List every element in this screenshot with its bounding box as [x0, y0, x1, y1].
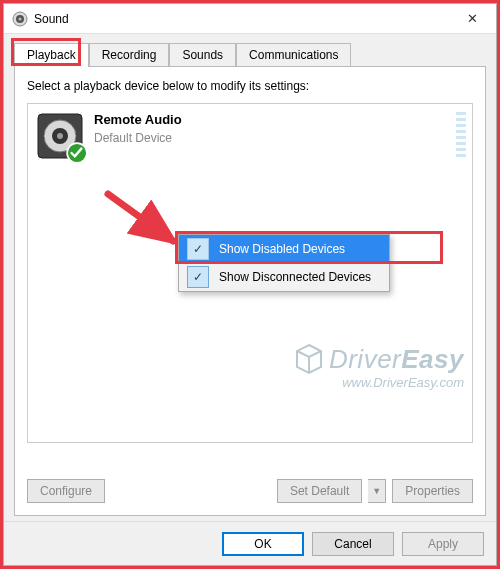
svg-point-6 — [57, 133, 63, 139]
menu-item-label: Show Disabled Devices — [219, 242, 345, 256]
close-icon: ✕ — [467, 11, 478, 26]
checkmark-icon: ✓ — [187, 266, 209, 288]
tab-sounds[interactable]: Sounds — [169, 43, 236, 67]
set-default-dropdown[interactable]: ▼ — [368, 479, 386, 503]
instruction-text: Select a playback device below to modify… — [27, 79, 473, 93]
device-remote-audio[interactable]: Remote Audio Default Device — [36, 112, 464, 160]
menu-item-label: Show Disconnected Devices — [219, 270, 371, 284]
speaker-icon — [36, 112, 84, 160]
checkmark-icon: ✓ — [187, 238, 209, 260]
device-name: Remote Audio — [94, 112, 182, 127]
chevron-down-icon: ▼ — [372, 486, 381, 496]
device-list[interactable]: Remote Audio Default Device ✓ Show Disab… — [27, 103, 473, 443]
check-badge-icon — [66, 142, 88, 164]
sound-icon — [12, 11, 28, 27]
sound-dialog: Sound ✕ Playback Recording Sounds Commun… — [3, 3, 497, 566]
properties-button[interactable]: Properties — [392, 479, 473, 503]
menu-show-disconnected[interactable]: ✓ Show Disconnected Devices — [179, 263, 389, 291]
level-meter — [456, 112, 466, 157]
tab-playback[interactable]: Playback — [14, 43, 89, 67]
set-default-button[interactable]: Set Default — [277, 479, 362, 503]
close-button[interactable]: ✕ — [452, 4, 492, 34]
titlebar: Sound ✕ — [4, 4, 496, 34]
dialog-footer: OK Cancel Apply — [4, 521, 496, 565]
tab-panel-playback: Select a playback device below to modify… — [14, 66, 486, 516]
context-menu: ✓ Show Disabled Devices ✓ Show Disconnec… — [178, 234, 390, 292]
tab-recording[interactable]: Recording — [89, 43, 170, 67]
cancel-button[interactable]: Cancel — [312, 532, 394, 556]
cube-icon — [295, 343, 323, 375]
apply-button[interactable]: Apply — [402, 532, 484, 556]
device-status: Default Device — [94, 131, 182, 145]
tab-footer: Configure Set Default ▼ Properties — [27, 479, 473, 503]
watermark: DriverEasy www.DriverEasy.com — [295, 343, 464, 390]
tab-communications[interactable]: Communications — [236, 43, 351, 67]
window-title: Sound — [34, 12, 452, 26]
menu-show-disabled[interactable]: ✓ Show Disabled Devices — [179, 235, 389, 263]
ok-button[interactable]: OK — [222, 532, 304, 556]
tab-strip: Playback Recording Sounds Communications — [4, 34, 496, 66]
configure-button[interactable]: Configure — [27, 479, 105, 503]
svg-point-2 — [19, 17, 22, 20]
